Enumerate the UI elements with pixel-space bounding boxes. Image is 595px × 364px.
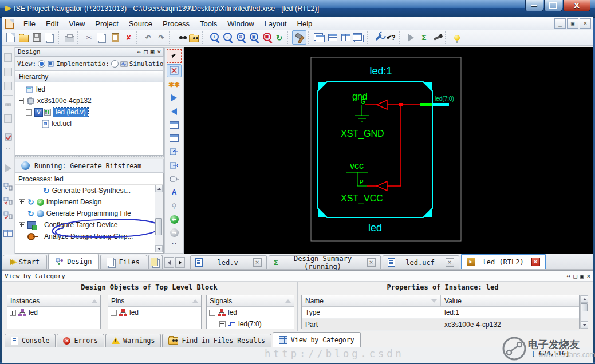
tab-find-in-files[interactable]: Find in Files Results [162, 334, 271, 347]
menu-process[interactable]: Process [157, 19, 195, 28]
scroll-down-icon[interactable] [155, 245, 163, 252]
collapse-icon[interactable] [209, 310, 215, 316]
tree-item-constraint[interactable]: U led.ucf [15, 118, 163, 129]
tab-libraries[interactable] [148, 255, 163, 269]
wrench-icon[interactable] [372, 31, 385, 44]
property-row-type[interactable]: Type led:1 [302, 307, 579, 319]
tab-close-icon[interactable]: × [531, 258, 540, 266]
simulation-label[interactable]: Simulatio: [129, 60, 164, 68]
sort-desc-icon[interactable] [431, 299, 437, 303]
chip-check-icon[interactable] [3, 132, 13, 142]
hierarchy-header[interactable]: Hierarchy [15, 71, 164, 82]
push-into-block-icon[interactable] [167, 146, 181, 159]
previous-schematic-icon[interactable] [167, 105, 181, 118]
zoom-full-icon[interactable]: ⊕ [233, 31, 246, 44]
highlight-stars-icon[interactable]: ✱✱ [167, 78, 181, 91]
menu-edit[interactable]: Edit [41, 19, 64, 28]
tab-scroll-left[interactable] [164, 257, 174, 268]
design-summary-icon[interactable]: Σ [417, 31, 431, 44]
add-copy-of-source-icon[interactable] [3, 81, 13, 91]
doc-tab-led-v[interactable]: led.v × [190, 255, 267, 269]
add-text-icon[interactable]: A [167, 186, 181, 199]
doc-tab-design-summary[interactable]: Σ Design Summary (running) × [269, 255, 381, 269]
tab-close-icon[interactable]: × [253, 258, 262, 267]
output-port-marker[interactable] [432, 103, 449, 106]
process-generate-post-synthesis[interactable]: ↻ Generate Post-Synthesi... [15, 185, 163, 196]
doc-tab-led-rtl2[interactable]: ► led (RTL2) × [461, 254, 546, 269]
float-panel-icon[interactable]: ↔ [567, 273, 571, 279]
menu-view[interactable]: View [64, 19, 90, 28]
tab-start[interactable]: Start [3, 255, 47, 269]
column-value[interactable]: Value [441, 295, 579, 306]
sort-asc-icon[interactable] [192, 299, 198, 303]
menu-source[interactable]: Source [124, 19, 157, 28]
tip-of-day-icon[interactable] [450, 31, 463, 44]
close-button[interactable]: X [563, 0, 590, 11]
pop-out-of-block-icon[interactable] [167, 159, 181, 172]
tab-console[interactable]: Console [5, 334, 56, 347]
collapse-icon[interactable] [18, 98, 24, 104]
tab-design[interactable]: Design [48, 254, 99, 269]
refresh-icon[interactable]: ↻ [273, 31, 286, 44]
process-analyze-design[interactable]: Analyze Design Using Chip... [15, 231, 163, 242]
delete-icon[interactable]: ✘ [122, 31, 135, 44]
new-file-icon[interactable] [4, 31, 17, 44]
tile-vertical-icon[interactable] [339, 31, 352, 44]
menu-project[interactable]: Project [90, 19, 123, 28]
menu-tools[interactable]: Tools [195, 19, 222, 28]
signals-row-led-bus[interactable]: led(7:0) [207, 318, 294, 330]
rerun-process-icon[interactable] [3, 181, 13, 191]
property-row-part[interactable]: Part xc3s100e-4-cp132 [302, 319, 579, 331]
float-panel-icon[interactable]: ↔ [137, 49, 141, 55]
expand-icon[interactable] [111, 310, 117, 316]
tab-view-by-category[interactable]: View by Category [273, 332, 361, 347]
design-report-icon[interactable] [3, 114, 13, 124]
pins-row-led[interactable]: led [108, 307, 201, 318]
zoom-out-icon[interactable]: - [220, 31, 233, 44]
save-icon[interactable] [30, 31, 44, 44]
paste-icon[interactable] [109, 31, 122, 44]
save-all-icon[interactable] [44, 31, 57, 44]
processes-scrollbar[interactable] [155, 185, 163, 252]
process-implement-design[interactable]: ↻ Implement Design [15, 196, 163, 208]
tree-item-project[interactable]: led [15, 84, 163, 95]
scrollbar-thumb[interactable] [155, 218, 162, 235]
mdi-restore-button[interactable]: ▣ [567, 18, 578, 29]
doc-tab-led-ucf[interactable]: led.ucf × [383, 255, 459, 269]
more-icons-chevron-icon[interactable]: ˆˆ [3, 147, 13, 156]
zoom-box-icon[interactable]: ▣ [246, 31, 259, 44]
pin-marker-icon[interactable]: ⚲ [167, 200, 181, 212]
menu-file[interactable]: File [18, 19, 41, 28]
sort-asc-icon[interactable] [285, 299, 291, 303]
tab-warnings[interactable]: Warnings [105, 334, 161, 347]
rerun-all-icon[interactable] [3, 210, 13, 220]
restore-panel-icon[interactable]: ▣ [580, 273, 584, 279]
title-bar[interactable]: ISE Project Navigator (P.20131013) - C:\… [0, 0, 595, 18]
expand-icon[interactable] [19, 222, 25, 228]
close-schematic-window-icon[interactable]: x [167, 132, 181, 145]
expand-icon[interactable] [19, 199, 25, 205]
cut-icon[interactable]: ✂ [82, 31, 96, 44]
copy-icon[interactable] [96, 31, 109, 44]
find-icon[interactable] [174, 31, 187, 44]
show-gate-icon[interactable] [167, 173, 181, 185]
close-panel-icon[interactable]: × [157, 49, 161, 55]
tile-horizontal-icon[interactable] [326, 31, 339, 44]
zoom-to-full-view-icon[interactable] [167, 64, 182, 78]
maximize-panel-icon[interactable]: □ [144, 49, 148, 55]
tab-close-icon[interactable]: × [367, 258, 376, 267]
category-panel-titlebar[interactable]: View by Category ↔ □ ▣ × [2, 271, 593, 282]
tab-errors[interactable]: × Errors [57, 334, 104, 347]
new-schematic-window-icon[interactable] [167, 119, 181, 132]
navigate-forward-icon[interactable]: → [167, 227, 181, 239]
manage-partitions-icon[interactable]: ▤▤ [3, 100, 13, 109]
mdi-close-button[interactable]: × [580, 18, 591, 29]
processes-header[interactable]: Processes: led [15, 173, 163, 185]
arrange-windows-icon[interactable] [352, 31, 365, 44]
add-source-icon[interactable] [3, 67, 13, 77]
design-panel-titlebar[interactable]: Design ↔ □ ▣ × [15, 47, 164, 57]
new-source-icon[interactable] [3, 53, 13, 62]
cascade-windows-icon[interactable] [313, 31, 326, 44]
pins-header[interactable]: Pins [108, 295, 201, 307]
implementation-radio[interactable] [38, 60, 45, 68]
